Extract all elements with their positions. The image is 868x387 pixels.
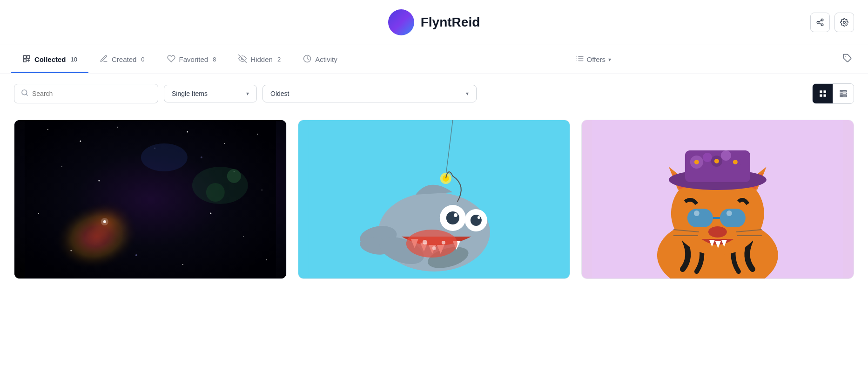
header-center: FlyntReid	[388, 9, 480, 35]
svg-point-77	[477, 216, 480, 219]
nft-card-1[interactable]	[14, 120, 287, 279]
nft-image-1	[14, 120, 286, 278]
nft-grid	[0, 109, 868, 290]
items-filter-chevron-icon: ▾	[246, 90, 249, 97]
svg-rect-24	[840, 90, 841, 92]
tab-hidden[interactable]: Hidden 2	[227, 46, 292, 73]
tag-icon[interactable]	[838, 45, 857, 74]
svg-rect-8	[23, 59, 26, 61]
view-toggles	[812, 83, 854, 104]
search-input[interactable]	[32, 90, 151, 97]
svg-point-79	[422, 240, 427, 244]
toolbar: Single Items ▾ Oldest ▾	[0, 74, 868, 109]
svg-point-81	[441, 241, 445, 244]
tab-collected[interactable]: Collected 10	[11, 46, 88, 73]
svg-rect-23	[823, 95, 826, 97]
svg-rect-26	[840, 95, 841, 97]
tab-activity[interactable]: Activity	[292, 46, 349, 73]
svg-rect-25	[840, 93, 841, 95]
activity-icon	[303, 54, 311, 65]
svg-line-3	[819, 23, 821, 24]
svg-point-47	[182, 264, 183, 265]
tab-activity-label: Activity	[315, 55, 337, 63]
svg-point-45	[266, 259, 267, 260]
gear-icon	[840, 18, 848, 27]
tab-favorited-count: 8	[213, 56, 216, 63]
svg-rect-99	[687, 209, 713, 227]
sort-filter-dropdown[interactable]: Oldest ▾	[262, 85, 477, 102]
svg-point-102	[694, 210, 700, 216]
offers-icon	[576, 54, 584, 65]
svg-point-103	[727, 210, 732, 216]
svg-line-4	[819, 20, 821, 22]
svg-line-19	[26, 94, 27, 95]
svg-point-74	[453, 213, 457, 217]
svg-point-96	[694, 160, 699, 164]
search-icon	[21, 89, 28, 98]
svg-point-43	[210, 213, 211, 214]
search-box[interactable]	[14, 84, 158, 103]
settings-button[interactable]	[834, 13, 854, 32]
tab-hidden-label: Hidden	[250, 55, 273, 63]
nft-card-3[interactable]	[581, 120, 854, 279]
svg-rect-20	[820, 90, 822, 93]
tab-offers-label: Offers	[587, 55, 606, 63]
svg-point-56	[206, 183, 225, 202]
svg-point-80	[432, 246, 436, 250]
items-filter-value: Single Items	[172, 90, 208, 97]
avatar	[388, 9, 414, 35]
svg-point-35	[187, 131, 188, 133]
svg-rect-29	[842, 95, 847, 97]
svg-point-94	[721, 150, 731, 161]
svg-point-33	[117, 127, 118, 128]
svg-point-104	[708, 226, 727, 238]
nav-tabs: Collected 10 Created 0 Favorited 8 Hidde…	[0, 45, 868, 74]
svg-point-38	[61, 166, 62, 167]
svg-point-32	[80, 141, 81, 142]
nft-image-2	[298, 120, 570, 278]
svg-point-98	[733, 160, 738, 164]
items-filter-dropdown[interactable]: Single Items ▾	[164, 85, 257, 102]
page-header: FlyntReid	[0, 0, 868, 45]
share-icon	[816, 18, 824, 27]
svg-point-36	[224, 143, 225, 144]
tab-created-label: Created	[112, 55, 136, 63]
nft-card-2[interactable]	[298, 120, 571, 279]
list-view-button[interactable]	[833, 84, 854, 103]
svg-point-73	[446, 211, 459, 224]
svg-rect-22	[820, 95, 822, 97]
username: FlyntReid	[421, 15, 480, 30]
created-icon	[100, 54, 108, 65]
tab-offers[interactable]: Offers ▾	[565, 46, 623, 73]
share-button[interactable]	[810, 13, 830, 32]
grid-view-icon	[819, 89, 827, 98]
grid-view-button[interactable]	[813, 84, 833, 103]
svg-point-57	[141, 143, 188, 171]
tab-favorited[interactable]: Favorited 8	[156, 46, 228, 73]
svg-point-5	[843, 21, 846, 24]
offers-chevron-icon: ▾	[608, 56, 611, 63]
svg-rect-7	[27, 55, 30, 58]
nft-image-3	[582, 120, 854, 278]
svg-rect-6	[23, 55, 26, 58]
svg-point-42	[38, 213, 39, 214]
list-view-icon	[839, 89, 848, 98]
tab-collected-label: Collected	[34, 55, 66, 63]
sort-filter-value: Oldest	[270, 90, 289, 97]
header-actions	[810, 13, 854, 32]
svg-rect-27	[842, 90, 847, 92]
hidden-icon	[238, 54, 247, 65]
svg-point-49	[201, 156, 202, 158]
svg-point-39	[98, 180, 100, 182]
svg-point-41	[262, 190, 262, 190]
collected-icon	[22, 54, 31, 65]
heart-icon	[167, 54, 175, 65]
svg-point-97	[714, 159, 719, 163]
tab-favorited-label: Favorited	[179, 55, 209, 63]
svg-point-53	[101, 218, 108, 225]
svg-point-76	[470, 215, 481, 226]
svg-point-92	[703, 153, 712, 162]
tab-created[interactable]: Created 0	[88, 46, 156, 73]
svg-point-37	[257, 134, 258, 135]
tab-created-count: 0	[141, 56, 144, 63]
